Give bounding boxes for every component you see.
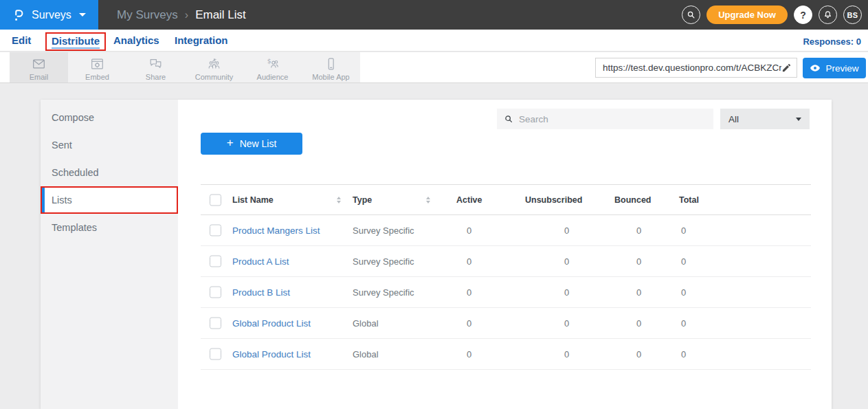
page-background: Compose Sent Scheduled Lists Templates A…: [0, 84, 868, 409]
total-count: 0: [681, 318, 686, 329]
filter-dropdown[interactable]: All: [720, 109, 810, 129]
channel-embed[interactable]: Embed: [68, 52, 126, 82]
list-type: Global: [353, 349, 379, 360]
channel-audience[interactable]: $ Audience: [243, 52, 302, 82]
sidebar-item-templates[interactable]: Templates: [41, 214, 178, 241]
channel-label: Mobile App: [312, 73, 349, 81]
breadcrumb-parent[interactable]: My Surveys: [117, 8, 178, 22]
active-count: 0: [467, 256, 471, 267]
tab-integration[interactable]: Integration: [175, 34, 228, 46]
col-header-total: Total: [679, 195, 699, 205]
channel-label: Audience: [257, 73, 289, 81]
channel-label: Email: [30, 73, 49, 81]
col-header-type[interactable]: Type: [353, 195, 372, 205]
channel-mobile-app[interactable]: Mobile App: [302, 52, 360, 82]
sidebar-item-lists[interactable]: Lists: [41, 186, 178, 214]
row-checkbox[interactable]: [210, 225, 221, 236]
user-avatar[interactable]: BS: [843, 5, 862, 24]
survey-url-field[interactable]: https://test.dev.questionpro.com/t/ACBKZ…: [595, 58, 797, 78]
plus-icon: +: [227, 136, 234, 150]
col-header-bounced: Bounced: [614, 195, 651, 205]
notifications-button[interactable]: [819, 5, 837, 24]
distribute-toolbar: Email Embed Share Community $ Audience: [0, 52, 868, 83]
bounced-count: 0: [636, 225, 641, 236]
upgrade-now-button[interactable]: Upgrade Now: [706, 5, 788, 24]
table-header-row: List Name Type Active Unsubscribed Bounc…: [201, 184, 811, 215]
total-count: 0: [681, 287, 686, 298]
audience-dollar-icon: $: [265, 56, 280, 71]
row-checkbox[interactable]: [210, 287, 221, 298]
total-count: 0: [681, 349, 686, 360]
search-icon: [686, 10, 696, 20]
channel-share[interactable]: Share: [126, 52, 185, 82]
channel-label: Share: [146, 73, 166, 81]
list-type: Survey Specific: [353, 256, 414, 267]
channel-tabs: Email Embed Share Community $ Audience: [10, 52, 360, 82]
product-switcher[interactable]: Surveys: [0, 0, 98, 30]
total-count: 0: [681, 256, 686, 267]
bounced-count: 0: [636, 287, 641, 298]
bounced-count: 0: [636, 318, 641, 329]
chevron-down-icon: [79, 13, 86, 16]
lists-table: List Name Type Active Unsubscribed Bounc…: [201, 184, 811, 370]
tab-edit[interactable]: Edit: [12, 34, 31, 46]
sidebar-item-sent[interactable]: Sent: [41, 131, 178, 159]
row-checkbox[interactable]: [210, 256, 221, 267]
tab-distribute[interactable]: Distribute: [52, 35, 100, 49]
bounced-count: 0: [636, 349, 641, 360]
mobile-phone-icon: [323, 56, 339, 71]
edit-pencil-icon[interactable]: [781, 63, 792, 73]
search-button[interactable]: [682, 5, 700, 24]
questionpro-logo-icon: [12, 6, 25, 24]
unsubscribed-count: 0: [564, 349, 569, 360]
list-search[interactable]: [497, 109, 713, 129]
active-count: 0: [467, 225, 471, 236]
bounced-count: 0: [636, 256, 641, 267]
list-type: Global: [353, 318, 379, 329]
question-mark-icon: ?: [800, 10, 806, 21]
help-button[interactable]: ?: [794, 5, 812, 24]
list-name-link[interactable]: Global Product List: [232, 349, 311, 360]
col-header-list-name[interactable]: List Name: [232, 195, 274, 205]
new-list-label: New List: [240, 138, 277, 149]
sort-icon[interactable]: [337, 197, 341, 203]
sidebar-item-compose[interactable]: Compose: [41, 104, 178, 131]
chevron-down-icon: [796, 118, 801, 121]
table-row: Product Mangers List Survey Specific 0 0…: [201, 215, 811, 246]
search-input[interactable]: [519, 114, 698, 124]
unsubscribed-count: 0: [564, 225, 569, 236]
envelope-icon: [31, 56, 47, 71]
row-checkbox[interactable]: [210, 349, 221, 360]
preview-button[interactable]: Preview: [803, 58, 866, 78]
new-list-button[interactable]: + New List: [201, 133, 302, 155]
topbar-actions: Upgrade Now ? BS: [682, 5, 868, 24]
embed-code-icon: [89, 56, 105, 71]
channel-community[interactable]: Community: [185, 52, 243, 82]
tab-analytics[interactable]: Analytics: [113, 34, 159, 46]
col-header-active: Active: [456, 195, 482, 205]
product-name: Surveys: [32, 9, 71, 21]
community-people-icon: [206, 56, 222, 71]
select-all-checkbox[interactable]: [210, 194, 221, 206]
breadcrumb-separator-icon: ›: [185, 9, 188, 21]
channel-email[interactable]: Email: [10, 52, 68, 82]
list-name-link[interactable]: Product B List: [232, 287, 290, 298]
table-row: Product B List Survey Specific 0 0 0 0: [201, 277, 811, 308]
list-name-link[interactable]: Product Mangers List: [232, 225, 320, 236]
active-count: 0: [467, 318, 471, 329]
active-count: 0: [467, 287, 471, 298]
survey-nav-tabs: Edit Distribute Analytics Integration Re…: [0, 30, 868, 52]
total-count: 0: [681, 225, 686, 236]
row-checkbox[interactable]: [210, 318, 221, 329]
list-name-link[interactable]: Product A List: [232, 256, 289, 267]
sort-icon[interactable]: [426, 197, 430, 203]
lists-content: All + New List List Name Type Active Uns…: [178, 100, 832, 409]
table-row: Product A List Survey Specific 0 0 0 0: [201, 246, 811, 277]
sidebar-item-scheduled[interactable]: Scheduled: [41, 159, 178, 186]
list-name-link[interactable]: Global Product List: [232, 318, 311, 329]
tab-distribute-annotation-box[interactable]: Distribute: [45, 32, 106, 51]
responses-count[interactable]: Responses: 0: [803, 36, 861, 47]
channel-label: Community: [195, 73, 234, 81]
filter-value: All: [728, 114, 739, 124]
unsubscribed-count: 0: [564, 256, 569, 267]
